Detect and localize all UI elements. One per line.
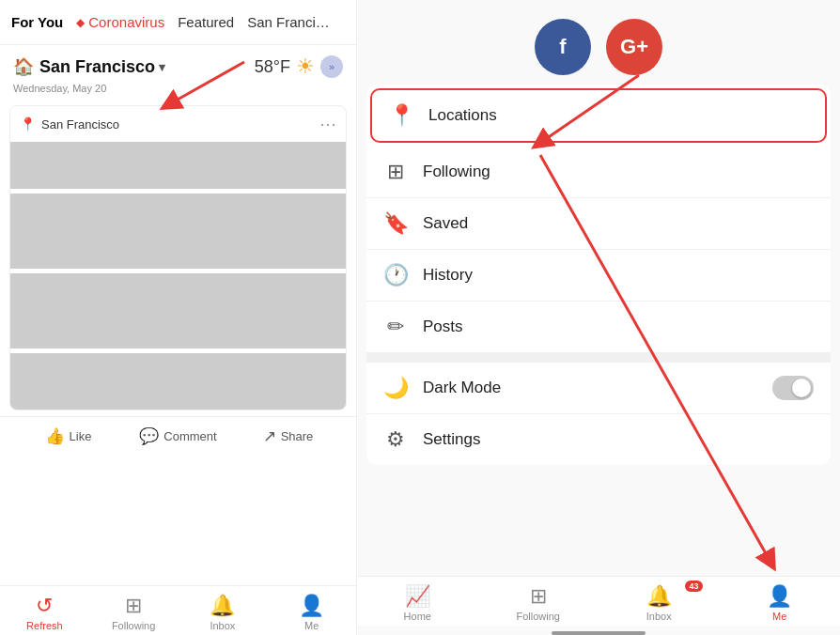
- locations-icon: 📍: [389, 103, 413, 128]
- bottom-nav-right-inbox[interactable]: 🔔 43 Inbox: [599, 584, 720, 622]
- inbox-bottom-icon: 🔔: [646, 584, 672, 609]
- like-icon: 👍: [45, 426, 65, 446]
- saved-icon: 🔖: [383, 211, 408, 236]
- refresh-icon: ↺: [36, 594, 53, 618]
- following-icon: ⊞: [383, 160, 408, 184]
- home-bar: [552, 631, 646, 635]
- social-row: f G+: [357, 0, 840, 85]
- bottom-nav-home[interactable]: 📈 Home: [357, 584, 478, 622]
- history-label: History: [423, 266, 473, 285]
- temperature: 58°F: [255, 57, 290, 77]
- chevron-down-icon: ▾: [159, 60, 165, 74]
- card-image-1: [10, 142, 346, 189]
- refresh-label: Refresh: [26, 620, 63, 631]
- left-panel: For You Coronavirus Featured San Franci……: [0, 0, 357, 635]
- top-nav: For You Coronavirus Featured San Franci…: [0, 0, 356, 45]
- bottom-nav-me[interactable]: 👤 Me: [267, 594, 356, 631]
- inbox-badge: 43: [685, 581, 702, 592]
- me-icon: 👤: [299, 594, 324, 618]
- home-label: Home: [404, 611, 431, 622]
- me-label: Me: [304, 620, 319, 631]
- following-label: Following: [112, 620, 155, 631]
- location-icon: 🏠: [13, 56, 34, 77]
- facebook-button[interactable]: f: [535, 19, 591, 75]
- following-icon: ⊞: [125, 594, 142, 618]
- right-panel: f G+ 📍 Locations ⊞ Following 🔖 Saved 🕐 H…: [357, 0, 840, 635]
- locations-label: Locations: [428, 106, 497, 125]
- menu-item-locations[interactable]: 📍 Locations: [370, 88, 827, 143]
- menu-item-posts[interactable]: ✏ Posts: [366, 302, 831, 353]
- date-label: Wednesday, May 20: [0, 83, 356, 94]
- menu-item-history[interactable]: 🕐 History: [366, 250, 831, 302]
- menu-item-dark-mode[interactable]: 🌙 Dark Mode: [366, 363, 831, 414]
- home-icon: 📈: [405, 584, 430, 609]
- weather-area: 58°F ☀ »: [255, 54, 343, 79]
- bottom-nav-right: 📈 Home ⊞ Following 🔔 43 Inbox 👤 Me: [357, 576, 840, 626]
- menu-item-saved[interactable]: 🔖 Saved: [366, 198, 831, 250]
- posts-icon: ✏: [383, 315, 408, 339]
- card-location-icon: 📍: [20, 116, 36, 132]
- history-icon: 🕐: [383, 263, 408, 287]
- menu-item-settings[interactable]: ⚙ Settings: [366, 414, 831, 465]
- menu-list: 📍 Locations ⊞ Following 🔖 Saved 🕐 Histor…: [366, 85, 831, 465]
- bottom-nav-inbox[interactable]: 🔔 Inbox: [179, 594, 268, 631]
- following-bottom-icon: ⊞: [530, 584, 547, 609]
- following-bottom-label: Following: [517, 611, 560, 622]
- share-button[interactable]: ↗ Share: [233, 426, 343, 446]
- toggle-knob: [792, 379, 811, 397]
- card-actions: 👍 Like 💬 Comment ↗ Share: [0, 416, 356, 456]
- settings-icon: ⚙: [383, 427, 408, 452]
- card-image-2: [10, 194, 346, 269]
- nav-featured[interactable]: Featured: [178, 14, 234, 30]
- nav-for-you[interactable]: For You: [11, 14, 63, 30]
- feed-card: 📍 San Francisco ⋯: [9, 105, 347, 410]
- nav-coronavirus[interactable]: Coronavirus: [76, 14, 164, 30]
- saved-label: Saved: [423, 214, 468, 233]
- dark-mode-toggle[interactable]: [772, 376, 814, 400]
- card-location-name: San Francisco: [41, 117, 119, 132]
- menu-item-following[interactable]: ⊞ Following: [366, 147, 831, 198]
- following-label: Following: [423, 163, 490, 181]
- city-name[interactable]: San Francisco ▾: [39, 57, 165, 77]
- like-label: Like: [70, 429, 92, 443]
- bottom-nav-refresh[interactable]: ↺ Refresh: [0, 594, 89, 631]
- dark-mode-icon: 🌙: [383, 376, 408, 400]
- card-image-4: [10, 353, 346, 410]
- share-label: Share: [281, 429, 314, 443]
- dark-mode-label: Dark Mode: [423, 379, 501, 397]
- expand-button[interactable]: »: [320, 55, 343, 78]
- inbox-bottom-label: Inbox: [646, 611, 672, 622]
- card-image-3: [10, 273, 346, 348]
- like-button[interactable]: 👍 Like: [13, 426, 123, 446]
- bottom-nav-right-following[interactable]: ⊞ Following: [478, 584, 599, 622]
- menu-divider: [366, 353, 831, 363]
- nav-san-francisco-tab[interactable]: San Franci…: [247, 14, 330, 30]
- card-header: 📍 San Francisco ⋯: [10, 106, 346, 142]
- bottom-nav-right-me[interactable]: 👤 Me: [720, 584, 841, 622]
- comment-button[interactable]: 💬 Comment: [123, 426, 233, 446]
- share-icon: ↗: [263, 426, 276, 446]
- posts-label: Posts: [423, 318, 463, 336]
- bottom-nav-following[interactable]: ⊞ Following: [89, 594, 179, 631]
- comment-icon: 💬: [139, 426, 159, 446]
- inbox-icon: 🔔: [210, 594, 235, 618]
- card-more-button[interactable]: ⋯: [319, 114, 336, 134]
- me-bottom-label: Me: [772, 611, 786, 622]
- inbox-label: Inbox: [210, 620, 235, 631]
- me-bottom-icon: 👤: [767, 584, 792, 609]
- bottom-nav-left: ↺ Refresh ⊞ Following 🔔 Inbox 👤 Me: [0, 585, 356, 635]
- comment-label: Comment: [163, 429, 216, 443]
- settings-label: Settings: [423, 430, 480, 449]
- google-button[interactable]: G+: [606, 19, 662, 75]
- sun-icon: ☀: [296, 54, 315, 79]
